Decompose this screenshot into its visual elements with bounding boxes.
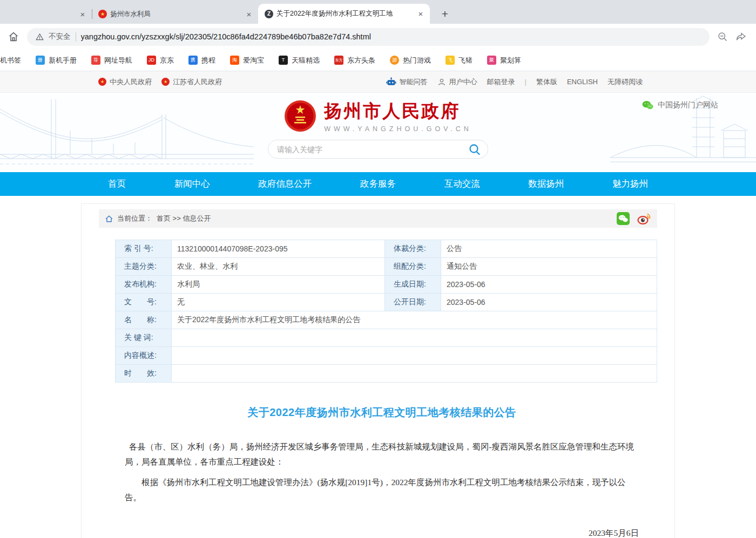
meta-value: 通知公告 [441, 258, 657, 276]
meta-value: 水利局 [172, 276, 385, 294]
bookmark-item[interactable]: 导网址导航 [91, 56, 132, 65]
meta-label: 内容概述: [116, 347, 172, 365]
browser-favicon-icon: Z [265, 10, 273, 18]
divider: | [525, 78, 526, 86]
bookmark-favicon-icon: 聚 [487, 56, 496, 65]
zoom-out-icon[interactable] [717, 31, 728, 42]
tab-2[interactable]: ★ 扬州市水利局 [92, 4, 258, 24]
tab-bar: ★ 扬州市水利局 Z 关于2022年度扬州市水利工程文明工地 + [0, 0, 756, 24]
wechat-share-icon[interactable] [617, 212, 630, 225]
link-central-gov[interactable]: ★中央人民政府 [98, 77, 152, 87]
article-title: 关于2022年度扬州市水利工程文明工地考核结果的公告 [125, 405, 639, 420]
bookmark-label: 热门游戏 [403, 56, 431, 65]
site-banner: 扬州市人民政府 WWW.YANGZHOU.GOV.CN 中国扬州门户网站 [0, 93, 756, 172]
gov-link-label: 江苏省人民政府 [173, 77, 222, 87]
table-row: 发布机构: 水利局 生成日期: 2023-05-06 [116, 276, 657, 294]
new-tab-button[interactable]: + [437, 6, 453, 22]
meta-label: 公开日期: [385, 294, 441, 311]
bookmark-label: 飞猪 [458, 56, 473, 65]
robot-icon [386, 77, 396, 86]
search-icon[interactable] [468, 143, 481, 156]
meta-label: 文 号: [116, 294, 172, 311]
user-center-label: 用户中心 [449, 77, 477, 87]
article-date: 2023年5月6日 [125, 526, 639, 538]
browser-window: ★ 扬州市水利局 Z 关于2022年度扬州市水利工程文明工地 + 不安全 yan… [0, 0, 756, 538]
content-card: 当前位置： 首页 >> 信息公开 索 引 号: 1132100001440709… [81, 203, 675, 538]
bookmark-item[interactable]: 东方东方头条 [334, 56, 375, 65]
nav-item-interaction[interactable]: 互动交流 [444, 178, 480, 190]
address-bar: 不安全 yangzhou.gov.cn/yzszxxgk/slj/202305/… [0, 24, 756, 50]
bookmark-label: 网址导航 [104, 56, 132, 65]
bookmark-item[interactable]: T天猫精选 [279, 56, 320, 65]
meta-label: 索 引 号: [116, 240, 172, 258]
bookmark-label: 爱淘宝 [243, 56, 264, 65]
english-link[interactable]: ENGLISH [567, 78, 598, 86]
close-icon[interactable] [416, 9, 426, 19]
document-meta-table: 索 引 号: 11321000014407098E-2023-095 体裁分类:… [115, 240, 657, 383]
nav-item-charm[interactable]: 魅力扬州 [612, 178, 648, 190]
traditional-link[interactable]: 繁体版 [536, 77, 557, 87]
portal-wechat-link[interactable]: 中国扬州门户网站 [642, 100, 718, 110]
weibo-share-icon[interactable] [637, 213, 651, 224]
bookmark-item[interactable]: 携携程 [188, 56, 215, 65]
bookmark-favicon-icon: 东方 [334, 56, 343, 65]
nav-item-info-disclosure[interactable]: 政府信息公开 [258, 178, 312, 190]
nav-item-services[interactable]: 政务服务 [360, 178, 396, 190]
bookmark-favicon-icon: 携 [188, 56, 198, 65]
bookmark-favicon-icon: JD [147, 56, 156, 65]
bookmark-item[interactable]: 机书签 [0, 56, 21, 65]
search-input[interactable] [277, 145, 468, 154]
article-paragraph: 根据《扬州市水利工程文明工地建设管理办法》(扬水规[2019]1号)，2022年… [125, 475, 639, 505]
nav-item-home[interactable]: 首页 [108, 178, 126, 190]
smart-qa-label: 智能问答 [400, 77, 428, 87]
security-label: 不安全 [49, 32, 71, 42]
close-icon[interactable] [244, 9, 254, 19]
breadcrumb-path[interactable]: 首页 >> 信息公开 [157, 214, 211, 223]
breadcrumb-location-label: 当前位置： [117, 214, 152, 223]
bookmark-label: 新机手册 [49, 56, 77, 65]
share-icon[interactable] [735, 31, 746, 42]
site-domain: WWW.YANGZHOU.GOV.CN [324, 125, 472, 133]
meta-value: 农业、林业、水利 [172, 258, 385, 276]
bookmark-item[interactable]: 游热门游戏 [390, 56, 431, 65]
bookmark-item[interactable]: 聚聚划算 [487, 56, 521, 65]
bookmark-item[interactable]: JD京东 [147, 56, 174, 65]
smart-qa-link[interactable]: 智能问答 [386, 77, 428, 87]
home-icon[interactable] [8, 31, 19, 43]
mail-login-link[interactable]: 邮箱登录 [487, 77, 515, 87]
url-field[interactable]: 不安全 yangzhou.gov.cn/yzszxxgk/slj/202305/… [27, 28, 710, 46]
meta-value: 关于2022年度扬州市水利工程文明工地考核结果的公告 [172, 311, 657, 329]
divider [76, 32, 76, 42]
bookmark-favicon-icon: 飞 [446, 56, 455, 65]
meta-value: 11321000014407098E-2023-095 [172, 240, 385, 258]
table-row: 关 键 词: [116, 329, 657, 347]
meta-label: 名 称: [116, 311, 172, 329]
bookmark-item[interactable]: 册新机手册 [36, 56, 77, 65]
meta-label: 主题分类: [116, 258, 172, 276]
gov-link-label: 中央人民政府 [110, 77, 152, 87]
tab-1[interactable] [0, 4, 92, 24]
bookmark-favicon-icon: 游 [390, 56, 399, 65]
tab-title: 扬州市水利局 [110, 10, 241, 19]
link-jiangsu-gov[interactable]: ★江苏省人民政府 [161, 77, 222, 87]
home-icon [105, 215, 113, 222]
close-icon[interactable] [78, 9, 87, 19]
table-row: 文 号: 无 公开日期: 2023-05-06 [116, 294, 657, 311]
meta-value: 无 [172, 294, 385, 311]
article: 关于2022年度扬州市水利工程文明工地考核结果的公告 各县（市、区）水利（务）局… [82, 405, 674, 538]
accessibility-link[interactable]: 无障碍阅读 [608, 77, 643, 87]
bookmark-label: 京东 [160, 56, 174, 65]
bookmark-item[interactable]: 飞飞猪 [446, 56, 473, 65]
main-nav: 首页 新闻中心 政府信息公开 政务服务 互动交流 数据扬州 魅力扬州 [0, 172, 756, 196]
nav-item-news[interactable]: 新闻中心 [174, 178, 210, 190]
meta-value: 2023-05-06 [441, 294, 657, 311]
user-center-link[interactable]: 用户中心 [437, 77, 477, 87]
nav-item-data[interactable]: 数据扬州 [528, 178, 564, 190]
user-icon [437, 78, 446, 86]
tab-3-active[interactable]: Z 关于2022年度扬州市水利工程文明工地 [258, 4, 430, 24]
bookmark-favicon-icon: 导 [91, 56, 100, 65]
url-text: yangzhou.gov.cn/yzszxxgk/slj/202305/210c… [81, 32, 371, 41]
bookmark-item[interactable]: 淘爱淘宝 [230, 56, 264, 65]
meta-label: 时 效: [116, 365, 172, 383]
site-name: 扬州市人民政府 [324, 99, 472, 124]
